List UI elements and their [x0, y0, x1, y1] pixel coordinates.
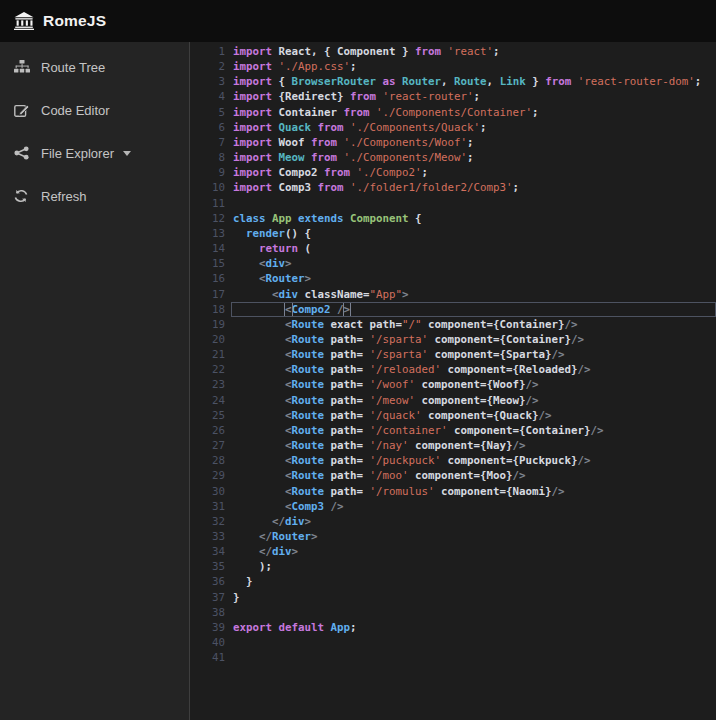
- refresh-icon: [14, 189, 34, 204]
- code-line-content[interactable]: );: [231, 559, 716, 574]
- line-number: 19: [191, 317, 225, 332]
- line-number: 28: [191, 453, 225, 468]
- code-line: 8import Meow from './Components/Meow';: [191, 150, 716, 165]
- line-number: 37: [191, 590, 225, 605]
- bank-icon: [14, 12, 34, 30]
- sidebar-item-file-explorer[interactable]: File Explorer: [0, 134, 189, 172]
- line-number: 39: [191, 620, 225, 635]
- sidebar-item-route-tree[interactable]: Route Tree: [0, 48, 189, 86]
- sidebar: Route TreeCode EditorFile ExplorerRefres…: [0, 42, 190, 720]
- code-line: 15 <div>: [191, 256, 716, 271]
- app-title: RomeJS: [43, 12, 106, 30]
- code-line-content[interactable]: <Comp3 />: [231, 499, 716, 514]
- line-number: 11: [191, 196, 225, 211]
- code-line-content[interactable]: <Route path= '/romulus' component={Naomi…: [231, 484, 716, 499]
- code-line-content[interactable]: <Route path= '/sparta' component={Contai…: [231, 332, 716, 347]
- code-line: 3import { BrowserRouter as Router, Route…: [191, 74, 716, 89]
- code-line-content[interactable]: }: [231, 590, 716, 605]
- code-line-content[interactable]: </div>: [231, 514, 716, 529]
- code-line-content[interactable]: class App extends Component {: [231, 211, 716, 226]
- code-line-content[interactable]: import Meow from './Components/Meow';: [231, 150, 716, 165]
- code-line-content[interactable]: <Route path= '/container' component={Con…: [231, 423, 716, 438]
- code-line-content[interactable]: <Route path= '/quack' component={Quack}/…: [231, 408, 716, 423]
- code-line-content[interactable]: <Route path= '/nay' component={Nay}/>: [231, 438, 716, 453]
- sidebar-item-refresh[interactable]: Refresh: [0, 177, 189, 215]
- code-line: 29 <Route path= '/moo' component={Moo}/>: [191, 468, 716, 483]
- code-line-content[interactable]: import Compo2 from './Compo2';: [231, 165, 716, 180]
- code-line-content[interactable]: <Route exact path="/" component={Contain…: [231, 317, 716, 332]
- line-number: 3: [191, 74, 225, 89]
- code-line-content[interactable]: [231, 650, 716, 665]
- code-line: 27 <Route path= '/nay' component={Nay}/>: [191, 438, 716, 453]
- code-line: 18 <Compo2 />: [191, 302, 716, 317]
- code-line-content[interactable]: <Route path= '/meow' component={Meow}/>: [231, 393, 716, 408]
- code-line: 28 <Route path= '/puckpuck' component={P…: [191, 453, 716, 468]
- line-number: 6: [191, 120, 225, 135]
- code-line-content[interactable]: <Route path= '/sparta' component={Sparta…: [231, 347, 716, 362]
- code-line: 17 <div className="App">: [191, 287, 716, 302]
- code-line-content[interactable]: </div>: [231, 544, 716, 559]
- code-line-content[interactable]: import { BrowserRouter as Router, Route,…: [231, 74, 716, 89]
- code-line-content[interactable]: import './App.css';: [231, 59, 716, 74]
- line-number: 20: [191, 332, 225, 347]
- code-line: 11: [191, 196, 716, 211]
- line-number: 21: [191, 347, 225, 362]
- code-line-content[interactable]: import Woof from './Components/Woof';: [231, 135, 716, 150]
- code-line-content[interactable]: [231, 196, 716, 211]
- code-line-content[interactable]: <Compo2 />: [231, 302, 716, 317]
- sidebar-item-label: File Explorer: [41, 146, 114, 161]
- line-number: 36: [191, 574, 225, 589]
- code-line-content[interactable]: <Route path= '/moo' component={Moo}/>: [231, 468, 716, 483]
- code-line-content[interactable]: }: [231, 574, 716, 589]
- code-line: 34 </div>: [191, 544, 716, 559]
- code-line-content[interactable]: import Quack from './Components/Quack';: [231, 120, 716, 135]
- code-line: 37}: [191, 590, 716, 605]
- sidebar-item-label: Code Editor: [41, 103, 110, 118]
- code-line-content[interactable]: <div>: [231, 256, 716, 271]
- code-line: 32 </div>: [191, 514, 716, 529]
- code-line: 30 <Route path= '/romulus' component={Na…: [191, 484, 716, 499]
- code-line-content[interactable]: render() {: [231, 226, 716, 241]
- code-line: 2import './App.css';: [191, 59, 716, 74]
- code-line-content[interactable]: [231, 635, 716, 650]
- code-editor-pane[interactable]: 1import React, { Component } from 'react…: [191, 42, 716, 720]
- code-line-content[interactable]: <Route path= '/reloaded' component={Relo…: [231, 362, 716, 377]
- code-line-content[interactable]: import {Redirect} from 'react-router';: [231, 89, 716, 104]
- code-line-content[interactable]: </Router>: [231, 529, 716, 544]
- line-number: 9: [191, 165, 225, 180]
- line-number: 5: [191, 105, 225, 120]
- line-number: 41: [191, 650, 225, 665]
- sitemap-icon: [14, 60, 34, 75]
- line-number: 7: [191, 135, 225, 150]
- code-line-content[interactable]: return (: [231, 241, 716, 256]
- code-line-content[interactable]: export default App;: [231, 620, 716, 635]
- line-number: 4: [191, 89, 225, 104]
- code-line: 36 }: [191, 574, 716, 589]
- line-number: 29: [191, 468, 225, 483]
- chevron-down-icon: [123, 151, 131, 156]
- code-line: 23 <Route path= '/woof' component={Woof}…: [191, 377, 716, 392]
- code-line-content[interactable]: <Route path= '/puckpuck' component={Puck…: [231, 453, 716, 468]
- code-line: 38: [191, 605, 716, 620]
- line-number: 38: [191, 605, 225, 620]
- code-line-content[interactable]: <div className="App">: [231, 287, 716, 302]
- code-line: 19 <Route exact path="/" component={Cont…: [191, 317, 716, 332]
- code-line-content[interactable]: import Comp3 from './folder1/folder2/Com…: [231, 180, 716, 195]
- line-number: 34: [191, 544, 225, 559]
- code-line: 4import {Redirect} from 'react-router';: [191, 89, 716, 104]
- line-number: 24: [191, 393, 225, 408]
- app-title-bar: RomeJS: [0, 0, 716, 42]
- code-line-content[interactable]: import React, { Component } from 'react'…: [231, 44, 716, 59]
- code-line: 13 render() {: [191, 226, 716, 241]
- line-number: 27: [191, 438, 225, 453]
- line-number: 12: [191, 211, 225, 226]
- code-line-content[interactable]: import Container from './Components/Cont…: [231, 105, 716, 120]
- code-line: 35 );: [191, 559, 716, 574]
- code-line-content[interactable]: <Route path= '/woof' component={Woof}/>: [231, 377, 716, 392]
- code-line-content[interactable]: [231, 605, 716, 620]
- code-line: 9import Compo2 from './Compo2';: [191, 165, 716, 180]
- code-line-content[interactable]: <Router>: [231, 271, 716, 286]
- code-line: 1import React, { Component } from 'react…: [191, 44, 716, 59]
- sidebar-item-code-editor[interactable]: Code Editor: [0, 91, 189, 129]
- line-number: 14: [191, 241, 225, 256]
